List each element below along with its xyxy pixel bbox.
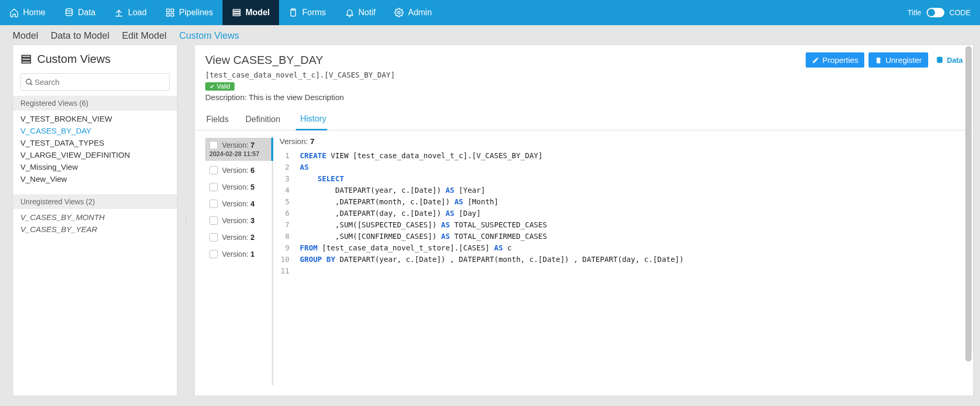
view-fqname: [test_case_data_novel_t_c].[V_CASES_BY_D…	[205, 71, 963, 79]
version-item[interactable]: Version: 72024-02-28 11:57	[205, 138, 273, 161]
version-item[interactable]: Version: 4	[205, 196, 272, 211]
version-checkbox[interactable]	[209, 166, 218, 174]
nav-item-data[interactable]: Data	[55, 0, 105, 25]
version-item[interactable]: Version: 3	[205, 213, 272, 228]
nav-item-load[interactable]: Load	[105, 0, 156, 25]
unregistered-header: Unregistered Views (2)	[13, 194, 177, 209]
subnav-item-model[interactable]: Model	[13, 30, 38, 41]
view-item[interactable]: V_LARGE_VIEW_DEFINITION	[13, 149, 177, 161]
sql-editor[interactable]: 1 2 3 4 5 6 7 8 9 10 11 CREATE VIEW [tes…	[273, 147, 963, 385]
svg-rect-2	[171, 9, 174, 12]
main-area: Custom Views Registered Views (6) V_TEST…	[0, 45, 980, 402]
nav-item-pipelines[interactable]: Pipelines	[156, 0, 222, 25]
svg-rect-7	[233, 14, 240, 16]
data-link[interactable]: Data	[936, 56, 963, 64]
svg-rect-10	[22, 56, 31, 58]
title-code-toggle[interactable]	[927, 8, 944, 17]
home-icon	[9, 8, 19, 17]
unregister-button[interactable]: Unregister	[868, 52, 928, 68]
view-item[interactable]: V_CASES_BY_MONTH	[13, 211, 177, 223]
tab-definition[interactable]: Definition	[244, 109, 282, 130]
code-version-title: Version: 7	[273, 136, 963, 147]
version-list: Version: 72024-02-28 11:57Version: 6Vers…	[205, 136, 273, 385]
subnav-item-edit-model[interactable]: Edit Model	[122, 30, 166, 41]
search-box[interactable]	[20, 73, 170, 91]
sidebar-header: Custom Views	[13, 45, 177, 70]
nav-item-model[interactable]: Model	[222, 0, 279, 25]
nav-label: Admin	[408, 8, 431, 17]
splitter-handle[interactable]: ····	[184, 45, 188, 396]
content-scrollbar[interactable]	[965, 45, 972, 396]
content-panel: View CASES_BY_DAY Properties Unregister …	[194, 45, 974, 396]
navbar-spacer	[441, 0, 898, 25]
svg-rect-6	[233, 12, 240, 14]
nav-item-forms[interactable]: Forms	[279, 0, 335, 25]
tab-fields[interactable]: Fields	[205, 109, 230, 130]
svg-rect-5	[233, 9, 240, 11]
sidebar-title: Custom Views	[37, 52, 110, 66]
nav-label: Forms	[302, 8, 326, 17]
version-checkbox[interactable]	[209, 141, 218, 149]
tab-history[interactable]: History	[296, 109, 327, 130]
clipboard-icon	[288, 8, 298, 17]
svg-rect-11	[22, 58, 31, 60]
view-item[interactable]: V_CASES_BY_DAY	[13, 125, 177, 137]
navbar-right: Title CODE	[898, 0, 980, 25]
nav-item-home[interactable]: Home	[0, 0, 55, 25]
view-item[interactable]: V_New_View	[13, 173, 177, 185]
svg-rect-3	[166, 14, 169, 16]
line-gutter: 1 2 3 4 5 6 7 8 9 10 11	[273, 147, 295, 385]
nav-label: Model	[246, 8, 270, 17]
svg-point-13	[26, 79, 31, 84]
sql-code: CREATE VIEW [test_case_data_novel_t_c].[…	[295, 147, 963, 385]
svg-line-14	[30, 83, 32, 85]
pencil-icon	[812, 57, 819, 64]
sub-navbar: ModelData to ModelEdit ModelCustom Views	[0, 25, 980, 45]
version-checkbox[interactable]	[209, 200, 218, 208]
view-item[interactable]: V_Missing_View	[13, 161, 177, 173]
pipeline-icon	[165, 8, 175, 17]
version-item[interactable]: Version: 6	[205, 163, 272, 178]
nav-label: Pipelines	[179, 8, 213, 17]
version-checkbox[interactable]	[209, 250, 218, 258]
version-checkbox[interactable]	[209, 233, 218, 242]
code-area: Version: 7 1 2 3 4 5 6 7 8 9 10 11 CREAT…	[273, 136, 963, 385]
version-item[interactable]: Version: 5	[205, 180, 272, 194]
nav-label: Data	[78, 8, 96, 17]
search-icon	[25, 78, 34, 86]
splitter-grip-icon: ····	[185, 216, 187, 225]
views-icon	[20, 53, 32, 65]
check-icon	[209, 84, 215, 89]
trash-icon	[875, 57, 882, 64]
valid-badge: Valid	[205, 82, 235, 91]
content-header: View CASES_BY_DAY Properties Unregister …	[195, 45, 973, 102]
toggle-title-label: Title	[908, 8, 921, 17]
search-input[interactable]	[34, 77, 165, 87]
scrollbar-thumb[interactable]	[965, 46, 972, 361]
version-checkbox[interactable]	[209, 183, 218, 191]
registered-list: V_TEST_BROKEN_VIEWV_CASES_BY_DAYV_TEST_D…	[13, 111, 177, 187]
subnav-item-custom-views[interactable]: Custom Views	[179, 30, 239, 41]
view-title: View CASES_BY_DAY	[205, 53, 323, 67]
database-icon	[64, 8, 74, 17]
view-item[interactable]: V_TEST_BROKEN_VIEW	[13, 113, 177, 125]
properties-button[interactable]: Properties	[806, 52, 864, 68]
version-checkbox[interactable]	[209, 216, 218, 225]
svg-point-9	[398, 12, 400, 14]
subnav-item-data-to-model[interactable]: Data to Model	[51, 30, 109, 41]
database-icon	[936, 56, 944, 64]
svg-rect-4	[171, 14, 174, 16]
unregistered-list: V_CASES_BY_MONTHV_CASES_BY_YEAR	[13, 209, 177, 237]
version-item[interactable]: Version: 2	[205, 230, 272, 245]
svg-rect-12	[22, 61, 31, 63]
nav-item-admin[interactable]: Admin	[385, 0, 441, 25]
content-tabs: FieldsDefinitionHistory	[195, 109, 973, 130]
view-item[interactable]: V_TEST_DATA_TYPES	[13, 137, 177, 149]
nav-item-notif[interactable]: Notif	[336, 0, 385, 25]
version-item[interactable]: Version: 1	[205, 247, 272, 261]
gear-icon	[394, 8, 404, 17]
view-item[interactable]: V_CASES_BY_YEAR	[13, 223, 177, 235]
nav-label: Load	[128, 8, 147, 17]
nav-label: Home	[23, 8, 46, 17]
svg-rect-1	[166, 9, 169, 12]
